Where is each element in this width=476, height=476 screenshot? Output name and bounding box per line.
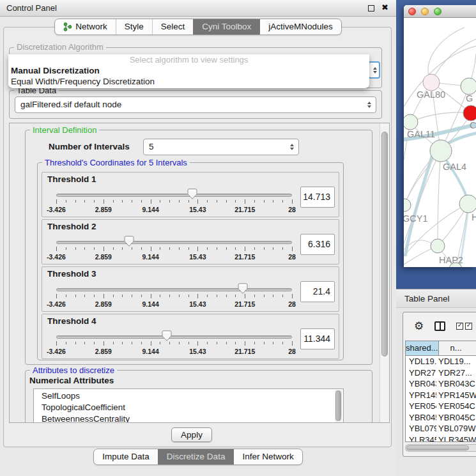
table-row[interactable]: YBR043CYBR043C (406, 378, 476, 390)
tab-label: Cyni Toolbox (202, 19, 251, 35)
tab-impute-data[interactable]: Impute Data (94, 449, 158, 464)
thresholds-group: Threshold's Coordinates for 5 Intervals … (37, 162, 344, 360)
node-label: G (466, 93, 473, 104)
table-row[interactable]: YDR27...YDR27... (406, 367, 476, 379)
threshold-value-field[interactable]: 6.316 (300, 234, 335, 255)
table-row[interactable]: YDL19...YDL19... (406, 356, 476, 367)
threshold-label: Threshold 3 (47, 269, 96, 279)
float-window-icon[interactable] (368, 5, 374, 12)
network-canvas[interactable]: GAL80GCGAL11GAL4GCY1HHAP2 (404, 19, 476, 267)
zoom-traffic-light[interactable] (434, 8, 441, 15)
threshold-value-field[interactable]: 11.344 (300, 328, 335, 349)
column-header-name[interactable]: n... (439, 341, 476, 356)
close-icon[interactable]: ✖ (381, 3, 388, 12)
minimize-traffic-light[interactable] (421, 8, 429, 15)
tab-select[interactable]: Select (152, 19, 194, 35)
table-row[interactable]: YLR345WYLR345W (406, 434, 476, 443)
tab-label: jActiveMNodules (268, 19, 333, 35)
checked-checkbox-icon[interactable] (465, 323, 472, 330)
network-node-gal4[interactable] (430, 140, 452, 162)
checked-checkbox-icon[interactable] (456, 323, 463, 330)
tab-style[interactable]: Style (116, 19, 152, 35)
network-node-gal11[interactable] (404, 114, 418, 130)
tick-label: 28 (288, 206, 296, 213)
table-row[interactable]: YER054CYER054C (406, 401, 476, 412)
threshold-slider[interactable]: -3.4262.8599.14415.4321.71528 (56, 187, 292, 216)
tab-network[interactable]: Network (55, 19, 116, 35)
table-row[interactable]: YPR145WYPR145W (406, 390, 476, 401)
node-table[interactable]: shared... n... YDL19...YDL19...YDR27...Y… (405, 341, 476, 442)
cell-shared-name: YLR345W (406, 434, 436, 443)
network-node-h[interactable] (459, 195, 476, 213)
tab-label: Style (125, 19, 144, 35)
algorithm-combo-stepper[interactable] (368, 61, 380, 79)
list-scrollbar[interactable] (335, 390, 342, 423)
column-header-shared-name[interactable]: shared... (406, 341, 439, 356)
table-horizontal-scrollbar[interactable] (405, 444, 476, 452)
threshold-value-field[interactable]: 21.4 (300, 281, 335, 302)
algorithm-group-title: Discretization Algorithm (14, 42, 106, 52)
network-node-hap2[interactable] (431, 239, 445, 253)
slider-ticks (56, 199, 292, 204)
column-layout-icon[interactable] (434, 321, 445, 331)
cell-name: YLR345W (436, 434, 476, 443)
dropdown-option-equal-width-frequency[interactable]: Equal Width/Frequency Discretization (8, 76, 369, 87)
gear-icon[interactable]: ⚙ (414, 321, 424, 332)
tick-label: 21.715 (234, 253, 255, 261)
tick-label: 9.144 (142, 348, 158, 355)
table-row[interactable]: YBL079WYBL079W (406, 423, 476, 434)
settings-scrollbar-thumb[interactable] (381, 132, 388, 357)
threshold-panel-2: Threshold 2-3.4262.8599.14415.4321.71528… (42, 219, 339, 265)
slider-thumb[interactable] (162, 330, 172, 342)
network-node-g[interactable] (461, 78, 476, 95)
tick-label: -3.426 (47, 300, 66, 308)
tick-label: 2.859 (95, 253, 112, 261)
tick-label: 21.715 (234, 348, 255, 355)
network-node-c[interactable] (463, 105, 476, 121)
threshold-slider[interactable]: -3.4262.8599.14415.4321.71528 (56, 328, 292, 358)
settings-vertical-scrollbar[interactable] (380, 123, 389, 422)
slider-tick-labels: -3.4262.8599.14415.4321.71528 (56, 300, 292, 308)
tick-label: 2.859 (95, 348, 112, 355)
slider-track[interactable] (56, 335, 292, 339)
tab-jactivemnodules[interactable]: jActiveMNodules (259, 19, 341, 35)
panel-title: Control Panel (6, 0, 57, 17)
list-scrollbar-thumb[interactable] (335, 390, 341, 421)
apply-button[interactable]: Apply (171, 427, 212, 442)
attribute-list-item[interactable]: BetweennessCentrality (34, 413, 343, 423)
tick-label: -3.426 (47, 253, 66, 261)
dropdown-placeholder: Select algorithm to view settings (8, 54, 369, 65)
close-traffic-light[interactable] (408, 8, 416, 15)
tab-cyni-toolbox[interactable]: Cyni Toolbox (193, 19, 259, 35)
node-label: GAL80 (417, 89, 445, 100)
threshold-slider[interactable]: -3.4262.8599.14415.4321.71528 (56, 281, 292, 311)
tab-discretize-data[interactable]: Discretize Data (158, 449, 234, 464)
number-of-intervals-combobox[interactable]: 5 (143, 139, 299, 155)
tick-label: 21.715 (234, 206, 255, 213)
slider-thumb[interactable] (124, 236, 134, 247)
attribute-list-item[interactable]: SelfLoops (34, 390, 343, 402)
slider-thumb[interactable] (187, 188, 197, 200)
bottom-segmented-control: Impute DataDiscretize DataInfer Network (93, 449, 302, 465)
network-node-gal80[interactable] (423, 74, 440, 91)
cell-shared-name: YPR145W (406, 390, 436, 401)
tab-infer-network[interactable]: Infer Network (233, 449, 302, 464)
table-row[interactable]: YBR045CYBR045C (406, 412, 476, 424)
threshold-value-field[interactable]: 14.713 (300, 187, 335, 208)
tick-label: 2.859 (95, 300, 112, 308)
network-node-gcy1[interactable] (404, 199, 411, 211)
interval-group-title: Interval Definition (30, 125, 99, 135)
algorithm-dropdown-menu: Select algorithm to view settings Manual… (8, 54, 369, 88)
slider-track[interactable] (56, 288, 292, 291)
slider-thumb[interactable] (238, 283, 248, 295)
table-data-combobox[interactable]: galFiltered.sif default node (15, 96, 376, 113)
numerical-attributes-list[interactable]: SelfLoopsTopologicalCoefficientBetweenne… (33, 388, 344, 423)
table-scrollbar-thumb[interactable] (406, 445, 469, 450)
threshold-slider[interactable]: -3.4262.8599.14415.4321.71528 (56, 234, 292, 263)
threshold-label: Threshold 4 (47, 316, 96, 326)
attribute-list-item[interactable]: TopologicalCoefficient (34, 402, 343, 413)
slider-track[interactable] (56, 194, 292, 197)
slider-track[interactable] (56, 241, 292, 244)
tick-label: 9.144 (142, 300, 158, 308)
dropdown-option-manual-discretization[interactable]: Manual Discretization (8, 65, 369, 76)
